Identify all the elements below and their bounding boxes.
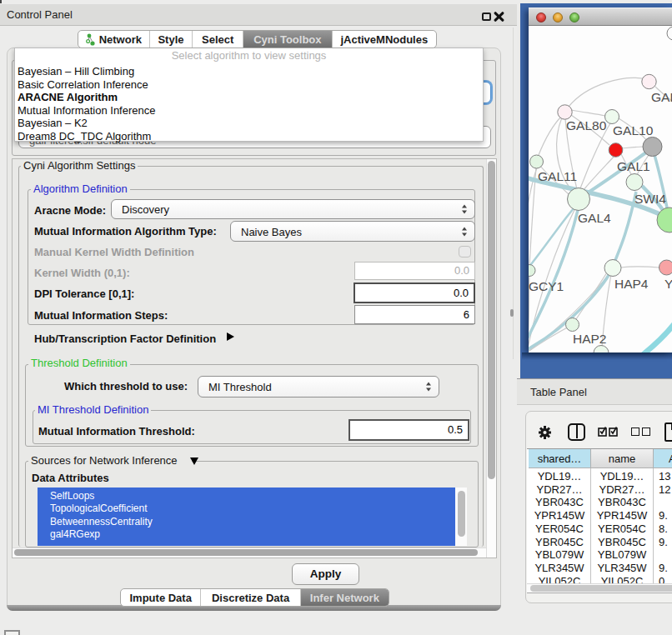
svg-text:HAP4: HAP4: [614, 277, 649, 291]
svg-text:GAL1: GAL1: [617, 159, 650, 173]
svg-text:GAL80: GAL80: [566, 118, 607, 132]
svg-text:GAL4: GAL4: [578, 211, 611, 225]
svg-text:Y: Y: [664, 277, 672, 291]
svg-text:GAL11: GAL11: [538, 169, 577, 183]
svg-text:GAL: GAL: [651, 90, 672, 104]
svg-text:GAL10: GAL10: [613, 123, 654, 138]
svg-text:SWI4: SWI4: [634, 192, 666, 206]
svg-text:HAP2: HAP2: [573, 332, 607, 346]
svg-text:GCY1: GCY1: [529, 279, 564, 293]
